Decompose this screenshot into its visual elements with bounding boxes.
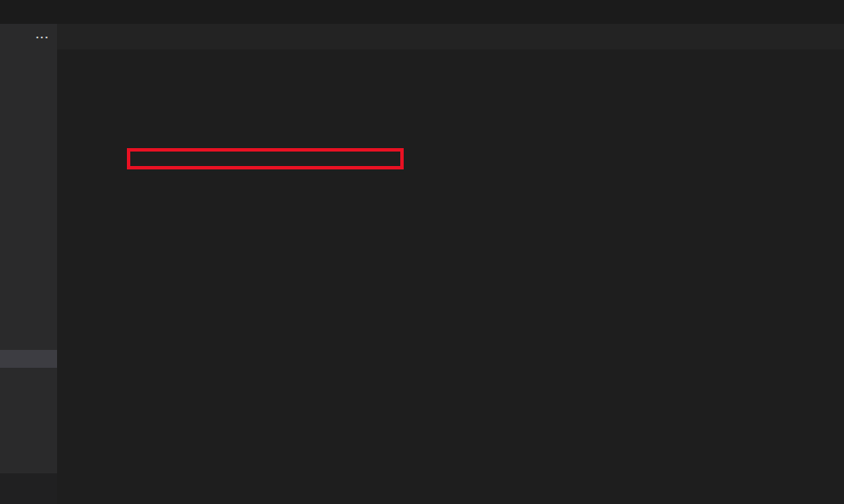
sidebar-bottom-panel	[0, 473, 57, 504]
tab-bar	[57, 24, 844, 49]
sidebar-header: ···	[0, 24, 57, 49]
menu-bar	[0, 0, 844, 24]
vscode-window: ···	[0, 0, 844, 504]
list-item-highlight[interactable]	[0, 350, 57, 368]
more-actions-icon[interactable]: ···	[36, 31, 49, 43]
editor-group	[57, 24, 844, 504]
editor[interactable]	[57, 72, 844, 504]
breadcrumb	[57, 49, 844, 72]
main-area: ···	[0, 24, 844, 504]
sidebar: ···	[0, 24, 57, 504]
red-highlight-annotation	[127, 148, 404, 169]
